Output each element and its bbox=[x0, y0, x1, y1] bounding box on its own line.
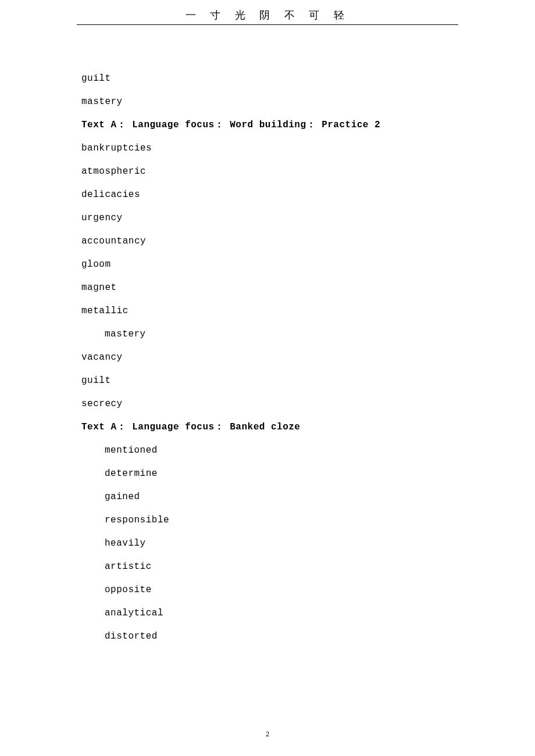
section-heading: Text A： Language focus： Banked cloze bbox=[81, 422, 454, 432]
word-item: distorted bbox=[81, 632, 454, 641]
word-item: gloom bbox=[81, 260, 454, 269]
section-heading: Text A： Language focus： Word building： P… bbox=[81, 120, 454, 130]
word-item: guilt bbox=[81, 74, 454, 83]
word-item: metallic bbox=[81, 306, 454, 316]
word-item: urgency bbox=[81, 213, 454, 223]
word-item: mentioned bbox=[81, 446, 454, 455]
header-divider bbox=[77, 24, 458, 25]
word-item: atmospheric bbox=[81, 167, 454, 176]
word-item: delicacies bbox=[81, 190, 454, 199]
word-item: gained bbox=[81, 492, 454, 501]
document-page: 一 寸 光 阴 不 可 轻 guilt mastery Text A： Lang… bbox=[0, 0, 535, 756]
word-item: heavily bbox=[81, 539, 454, 548]
word-item: mastery bbox=[81, 97, 454, 106]
word-item: secrecy bbox=[81, 399, 454, 409]
word-item: determine bbox=[81, 469, 454, 478]
word-item: accountancy bbox=[81, 237, 454, 246]
word-item: vacancy bbox=[81, 353, 454, 362]
document-content: guilt mastery Text A： Language focus： Wo… bbox=[0, 28, 535, 641]
word-item: responsible bbox=[81, 515, 454, 525]
word-item: opposite bbox=[81, 585, 454, 594]
word-item: analytical bbox=[81, 608, 454, 618]
word-item: mastery bbox=[81, 329, 454, 339]
word-item: bankruptcies bbox=[81, 144, 454, 153]
page-number: 2 bbox=[0, 729, 535, 739]
header-motto: 一 寸 光 阴 不 可 轻 bbox=[0, 8, 535, 22]
word-item: magnet bbox=[81, 283, 454, 292]
word-item: artistic bbox=[81, 562, 454, 571]
page-header: 一 寸 光 阴 不 可 轻 bbox=[0, 0, 535, 28]
word-item: guilt bbox=[81, 376, 454, 385]
